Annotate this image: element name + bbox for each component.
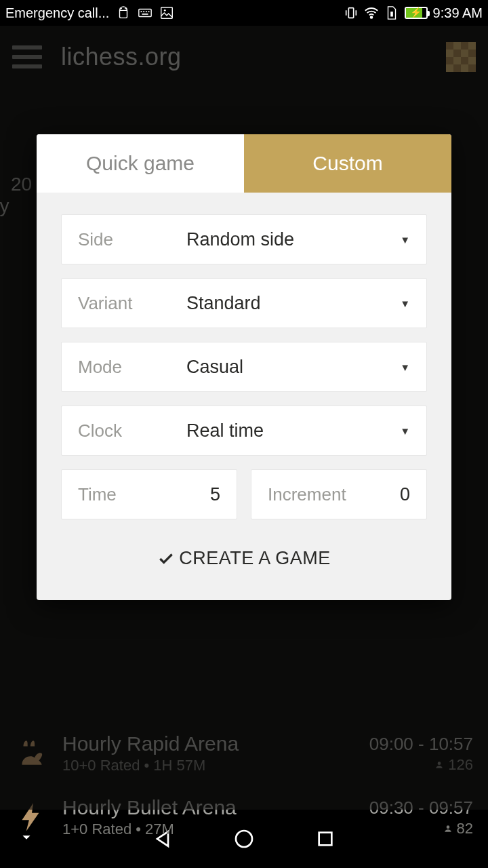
arena-title: Hourly Rapid Arena bbox=[62, 732, 356, 755]
arena-subtitle: 10+0 Rated • 1H 57M bbox=[62, 757, 356, 774]
svg-rect-4 bbox=[144, 11, 145, 12]
svg-rect-8 bbox=[161, 7, 173, 19]
svg-point-0 bbox=[121, 8, 122, 9]
arena-time: 09:00 - 10:57 bbox=[369, 734, 473, 755]
svg-point-1 bbox=[125, 8, 125, 9]
clock-value: Real time bbox=[186, 420, 400, 441]
increment-input[interactable]: Increment 0 bbox=[251, 469, 427, 519]
svg-rect-6 bbox=[148, 11, 150, 12]
status-title: Emergency call... bbox=[5, 5, 109, 21]
android-icon bbox=[116, 5, 131, 20]
arena-title: Hourly Bullet Arena bbox=[62, 796, 356, 819]
sim-icon bbox=[384, 5, 399, 20]
svg-point-13 bbox=[438, 762, 441, 765]
mode-label: Mode bbox=[78, 357, 186, 378]
status-bar: Emergency call... ⚡ 9:39 AM bbox=[0, 0, 488, 26]
arena-list: Hourly Rapid Arena 10+0 Rated • 1H 57M 0… bbox=[0, 722, 488, 868]
arena-players: 126 bbox=[369, 756, 473, 774]
check-icon bbox=[157, 550, 175, 568]
variant-select[interactable]: Variant Standard ▼ bbox=[61, 278, 427, 328]
list-item[interactable]: U1500 Bullet Inc Arena 09:30 - 09:57 bbox=[0, 849, 488, 868]
clock-label: Clock bbox=[78, 420, 186, 441]
side-label: Side bbox=[78, 229, 186, 250]
svg-rect-7 bbox=[142, 14, 148, 15]
mode-select[interactable]: Mode Casual ▼ bbox=[61, 342, 427, 392]
arena-title: U1500 Bullet Inc Arena bbox=[62, 865, 356, 868]
svg-rect-10 bbox=[348, 8, 353, 18]
svg-rect-3 bbox=[141, 11, 142, 12]
mode-value: Casual bbox=[186, 357, 400, 378]
clock-select[interactable]: Clock Real time ▼ bbox=[61, 406, 427, 456]
chevron-down-icon: ▼ bbox=[400, 361, 410, 373]
increment-value: 0 bbox=[400, 484, 410, 505]
time-label: Time bbox=[78, 484, 117, 505]
create-game-button[interactable]: CREATE A GAME bbox=[61, 538, 427, 584]
app-header: lichess.org bbox=[0, 26, 488, 88]
time-input[interactable]: Time 5 bbox=[61, 469, 237, 519]
arena-subtitle: 1+0 Rated • 27M bbox=[62, 821, 356, 838]
wifi-icon bbox=[364, 5, 379, 20]
status-time: 9:39 AM bbox=[433, 5, 483, 21]
variant-value: Standard bbox=[186, 293, 400, 314]
menu-icon[interactable] bbox=[12, 45, 42, 68]
svg-rect-5 bbox=[146, 11, 147, 12]
chevron-down-icon: ▼ bbox=[400, 234, 410, 245]
keyboard-icon bbox=[138, 5, 152, 20]
arena-time: 09:30 - 09:57 bbox=[369, 797, 473, 818]
side-value: Random side bbox=[186, 229, 400, 250]
time-value: 5 bbox=[210, 484, 220, 505]
tab-quick-game[interactable]: Quick game bbox=[37, 134, 244, 193]
arena-players: 82 bbox=[369, 820, 473, 837]
app-title: lichess.org bbox=[61, 43, 182, 71]
image-icon bbox=[159, 5, 174, 20]
rabbit-icon bbox=[15, 736, 49, 770]
tab-custom[interactable]: Custom bbox=[244, 134, 451, 193]
chevron-down-icon: ▼ bbox=[400, 298, 410, 309]
svg-point-11 bbox=[370, 16, 372, 18]
svg-point-9 bbox=[164, 9, 166, 12]
battery-icon: ⚡ bbox=[405, 7, 428, 19]
list-item[interactable]: Hourly Rapid Arena 10+0 Rated • 1H 57M 0… bbox=[0, 722, 488, 785]
increment-label: Increment bbox=[268, 484, 346, 505]
bolt-icon bbox=[15, 800, 49, 834]
svg-point-14 bbox=[446, 825, 449, 829]
board-icon[interactable] bbox=[446, 42, 476, 72]
side-select[interactable]: Side Random side ▼ bbox=[61, 214, 427, 264]
bolt-icon bbox=[15, 860, 49, 868]
vibrate-icon bbox=[344, 5, 359, 20]
svg-rect-2 bbox=[139, 9, 151, 17]
svg-rect-12 bbox=[390, 12, 393, 16]
create-game-modal: Quick game Custom Side Random side ▼ Var… bbox=[37, 134, 451, 600]
list-item[interactable]: Hourly Bullet Arena 1+0 Rated • 27M 09:3… bbox=[0, 785, 488, 849]
chevron-down-icon: ▼ bbox=[400, 425, 410, 437]
variant-label: Variant bbox=[78, 293, 186, 314]
create-label: CREATE A GAME bbox=[179, 548, 331, 569]
